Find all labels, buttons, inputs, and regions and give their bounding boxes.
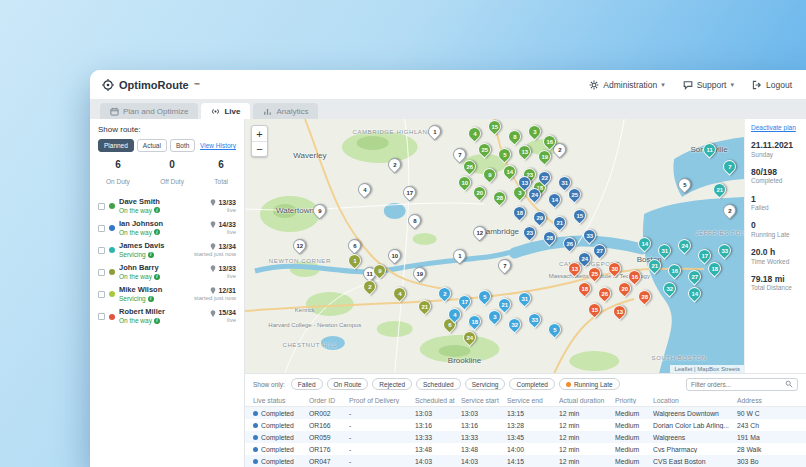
filter-pill[interactable]: Scheduled <box>416 378 461 390</box>
column-header[interactable]: Scheduled at <box>415 397 461 404</box>
priority-cell: Medium <box>615 458 653 465</box>
zoom-out-button[interactable]: − <box>252 141 267 156</box>
top-nav: Administration ▾ Support ▾ Logout <box>589 80 792 90</box>
pin-icon <box>210 310 216 317</box>
location-cell: CVS East Boston <box>653 458 737 465</box>
service-end-cell: 13:15 <box>507 410 559 417</box>
driver-checkbox[interactable] <box>98 247 105 254</box>
column-header[interactable]: Actual duration <box>559 397 615 404</box>
tab-label: Plan and Optimize <box>123 107 188 116</box>
pin-icon <box>210 199 216 206</box>
orders-search-input[interactable] <box>691 381 782 388</box>
orders-table: Live statusOrder IDProof of DeliverySche… <box>245 394 806 467</box>
driver-progress-time: live <box>210 317 236 324</box>
live-status-dot <box>253 411 258 416</box>
filter-pill[interactable]: Servicing <box>465 378 506 390</box>
search-icon <box>785 380 793 388</box>
filter-pill[interactable]: Rejected <box>372 378 412 390</box>
driver-checkbox[interactable] <box>98 313 105 320</box>
toggle-both[interactable]: Both <box>170 139 195 152</box>
tab-live[interactable]: Live <box>201 103 250 119</box>
column-header[interactable]: Priority <box>615 397 653 404</box>
actual-duration-cell: 12 min <box>559 410 615 417</box>
support-label: Support <box>697 80 727 90</box>
view-history-link[interactable]: View History <box>200 142 236 149</box>
on-duty-stat: 6 On Duty <box>106 159 130 188</box>
zoom-in-button[interactable]: + <box>252 126 267 141</box>
column-header[interactable]: Location <box>653 397 737 404</box>
table-row[interactable]: Completed OR166 - 13:16 13:16 13:28 12 m… <box>245 419 806 431</box>
driver-row[interactable]: Robert Miller On the way i 15/34 live <box>98 305 236 327</box>
driver-color-dot <box>109 269 115 275</box>
filter-pill[interactable]: Completed <box>509 378 554 390</box>
scheduled-at-cell: 13:48 <box>415 446 461 453</box>
table-row[interactable]: Completed OR047 - 14:03 14:03 14:15 12 m… <box>245 455 806 467</box>
pin-icon <box>210 287 216 294</box>
driver-checkbox[interactable] <box>98 225 105 232</box>
deactivate-plan-link[interactable]: Deactivate plan <box>751 124 800 131</box>
driver-info: Mike Wilson Servicing i <box>119 286 190 302</box>
gear-icon <box>589 80 599 90</box>
filter-pill[interactable]: Failed <box>291 378 323 390</box>
location-cell: Cvs Pharmacy <box>653 446 737 453</box>
scheduled-at-cell: 14:03 <box>415 458 461 465</box>
driver-list: Dave Smith On the way i 13/33 live Ian J… <box>98 195 236 328</box>
column-header[interactable]: Order ID <box>309 397 349 404</box>
app-window: OptimoRoute™ Administration ▾ Support ▾ <box>90 70 806 467</box>
pin-icon <box>210 221 216 228</box>
plan-stat-value: 21.11.2021 <box>751 140 800 151</box>
live-map[interactable]: + − CAMBRIDGE HIGHLANDSWaverleyWatertown… <box>245 119 744 373</box>
filter-pill-running-late[interactable]: Running Late <box>559 378 620 390</box>
driver-progress: 15/34 <box>210 309 236 317</box>
driver-checkbox[interactable] <box>98 203 105 210</box>
driver-row[interactable]: John Barry On the way i 13/33 live <box>98 261 236 283</box>
tab-plan-and-optimize[interactable]: Plan and Optimize <box>100 103 198 119</box>
pin-icon <box>210 243 216 250</box>
scheduled-at-cell: 13:16 <box>415 422 461 429</box>
driver-progress-block: 13/33 live <box>210 199 236 214</box>
actual-duration-cell: 12 min <box>559 446 615 453</box>
live-status-cell: Completed <box>253 410 309 417</box>
service-start-cell: 13:48 <box>461 446 507 453</box>
tab-analytics[interactable]: Analytics <box>253 103 318 119</box>
column-header[interactable]: Service end <box>507 397 559 404</box>
tab-label: Analytics <box>276 107 308 116</box>
driver-row[interactable]: Mike Wilson Servicing i 12/31 started ju… <box>98 283 236 305</box>
route-toggle: Planned Actual Both View History <box>98 139 236 152</box>
column-header[interactable]: Proof of Delivery <box>349 397 415 404</box>
support-menu[interactable]: Support ▾ <box>683 80 734 90</box>
table-row[interactable]: Completed OR002 - 13:03 13:03 13:15 12 m… <box>245 407 806 419</box>
plan-stat: 1 Failed <box>751 194 800 213</box>
toggle-actual[interactable]: Actual <box>137 139 167 152</box>
administration-menu[interactable]: Administration ▾ <box>589 80 664 90</box>
driver-row[interactable]: Ian Johnson On the way i 14/33 live <box>98 217 236 239</box>
table-row[interactable]: Completed OR176 - 13:48 13:48 14:00 12 m… <box>245 443 806 455</box>
driver-progress-block: 14/33 live <box>210 221 236 236</box>
driver-checkbox[interactable] <box>98 269 105 276</box>
logout-button[interactable]: Logout <box>752 80 792 90</box>
service-end-cell: 13:28 <box>507 422 559 429</box>
plan-stats-panel: Deactivate plan 21.11.2021 Sunday 80/198… <box>744 119 806 373</box>
logo-text: OptimoRoute <box>119 79 189 91</box>
off-duty-value: 0 <box>160 159 184 170</box>
orders-table-header: Live statusOrder IDProof of DeliverySche… <box>245 394 806 407</box>
column-header[interactable]: Address <box>737 397 806 404</box>
driver-row[interactable]: Dave Smith On the way i 13/33 live <box>98 195 236 217</box>
driver-progress: 13/34 <box>194 243 236 251</box>
filter-pill[interactable]: On Route <box>327 378 369 390</box>
driver-checkbox[interactable] <box>98 291 105 298</box>
plan-stat-value: 80/198 <box>751 167 800 178</box>
column-header[interactable]: Live status <box>253 397 309 404</box>
total-value: 6 <box>214 159 228 170</box>
table-row[interactable]: Completed OR059 - 13:33 13:33 13:45 12 m… <box>245 431 806 443</box>
driver-row[interactable]: James Davis Servicing i 13/34 started ju… <box>98 239 236 261</box>
running-late-label: Running Late <box>574 381 613 388</box>
plan-stat-label: Total Distance <box>751 284 800 292</box>
service-start-cell: 13:33 <box>461 434 507 441</box>
actual-duration-cell: 12 min <box>559 458 615 465</box>
toggle-planned[interactable]: Planned <box>98 139 134 152</box>
driver-name: James Davis <box>119 242 190 251</box>
plan-stat: 0 Running Late <box>751 220 800 239</box>
column-header[interactable]: Service start <box>461 397 507 404</box>
drivers-sidebar: Show route: Planned Actual Both View His… <box>90 119 245 467</box>
